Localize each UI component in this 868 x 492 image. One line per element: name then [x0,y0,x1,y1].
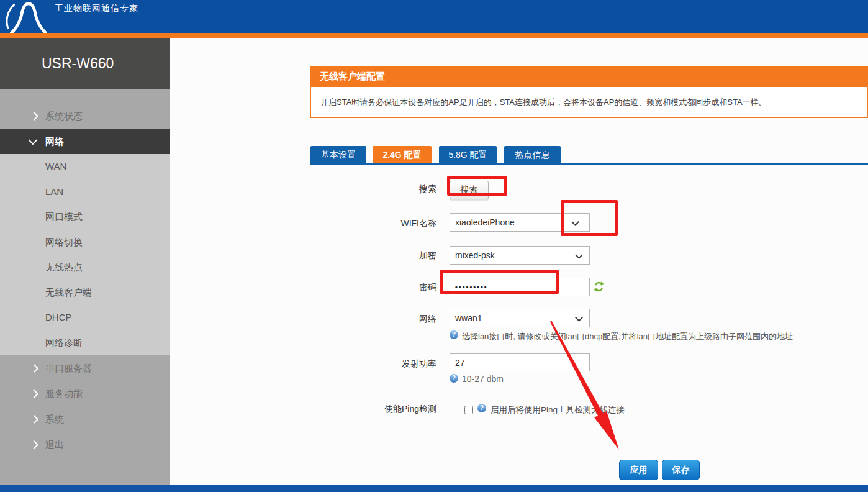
chevron-right-icon [30,440,38,449]
wifi-name-dropdown[interactable] [562,213,590,232]
tab-2-4g-config[interactable]: 2.4G 配置 [373,146,432,163]
search-button[interactable]: 搜索 [450,181,489,199]
network-help-text: 选择lan接口时, 请修改或关闭lan口dhcp配置,并将lan口地址配置为上级… [462,331,793,342]
password-input[interactable] [450,278,590,296]
top-header-bar: 工业物联网通信专家 [0,0,868,33]
sidebar-item-wan[interactable]: WAN [0,154,170,180]
chevron-right-icon [30,364,38,373]
tab-basic-settings[interactable]: 基本设置 [310,146,366,163]
tab-underline [310,163,868,165]
chevron-down-icon [29,136,37,145]
footer-bar [0,485,868,492]
sidebar-item-dhcp[interactable]: DHCP [0,305,170,330]
sidebar-item-network-switch[interactable]: 网络切换 [0,230,170,255]
wifi-name-input[interactable] [450,213,563,232]
wifi-name-label: WIFI名称 [337,218,436,229]
help-icon: ? [450,330,458,339]
header-accent-strip [0,33,868,38]
page-title: 无线客户端配置 [310,66,868,86]
sidebar-item-network[interactable]: 网络 [0,129,170,154]
help-icon: ? [477,404,486,412]
tx-power-input[interactable] [450,353,590,371]
sidebar-item-service-function[interactable]: 服务功能 [0,381,170,406]
ping-detect-label: 使能Ping检测 [337,404,436,415]
apply-button[interactable]: 应用 [619,460,658,480]
sidebar-section-bottom: 串口服务器 服务功能 系统 退出 [0,355,170,485]
chevron-down-icon [571,218,579,226]
chevron-down-icon [575,314,583,322]
refresh-password-icon[interactable] [594,281,604,292]
brand-logo-icon [5,0,52,33]
encryption-select[interactable]: mixed-psk [450,246,590,265]
sidebar-item-system[interactable]: 系统 [0,406,170,432]
sidebar: USR-W660 系统状态 网络 WAN LAN 网口模式 网络切换 无线热点 … [0,38,170,485]
chevron-down-icon [575,251,583,259]
chevron-right-icon [30,390,38,398]
sidebar-item-serial-server[interactable]: 串口服务器 [0,355,170,381]
sidebar-item-logout[interactable]: 退出 [0,432,170,457]
save-button[interactable]: 保存 [662,460,700,480]
tab-5-8g-config[interactable]: 5.8G 配置 [439,146,497,163]
tx-power-label: 发射功率 [337,358,436,370]
device-name: USR-W660 [0,38,170,89]
password-label: 密码 [337,282,436,293]
sidebar-item-wireless-ap[interactable]: 无线热点 [0,255,170,280]
sidebar-item-network-diagnosis[interactable]: 网络诊断 [0,330,170,356]
sidebar-section-top: 系统状态 [0,89,170,129]
network-label: 网络 [337,314,436,325]
help-icon: ? [450,374,458,383]
sidebar-item-wireless-client[interactable]: 无线客户端 [0,280,170,306]
tab-hotspot-info[interactable]: 热点信息 [504,146,561,163]
chevron-right-icon [30,415,38,424]
ping-detect-checkbox[interactable] [464,406,473,414]
network-select[interactable]: wwan1 [450,309,590,327]
sidebar-submenu: WAN LAN 网口模式 网络切换 无线热点 无线客户端 DHCP 网络诊断 [0,154,170,355]
ping-help-text: 启用后将使用Ping工具检测无线连接 [491,404,625,416]
sidebar-section-active: 网络 [0,129,170,154]
chevron-right-icon [30,112,38,121]
encryption-label: 加密 [337,250,436,262]
tx-power-help-text: 10-27 dbm [462,374,504,384]
search-label: 搜索 [337,184,436,195]
sidebar-item-lan[interactable]: LAN [0,180,170,205]
sidebar-item-port-mode[interactable]: 网口模式 [0,204,170,230]
brand-tagline: 工业物联网通信专家 [55,3,138,14]
page-note: 开启STA时请务必保证本设备对应的AP是开启的，STA连接成功后，会将本设备AP… [310,86,868,118]
sidebar-item-system-status[interactable]: 系统状态 [0,103,170,129]
